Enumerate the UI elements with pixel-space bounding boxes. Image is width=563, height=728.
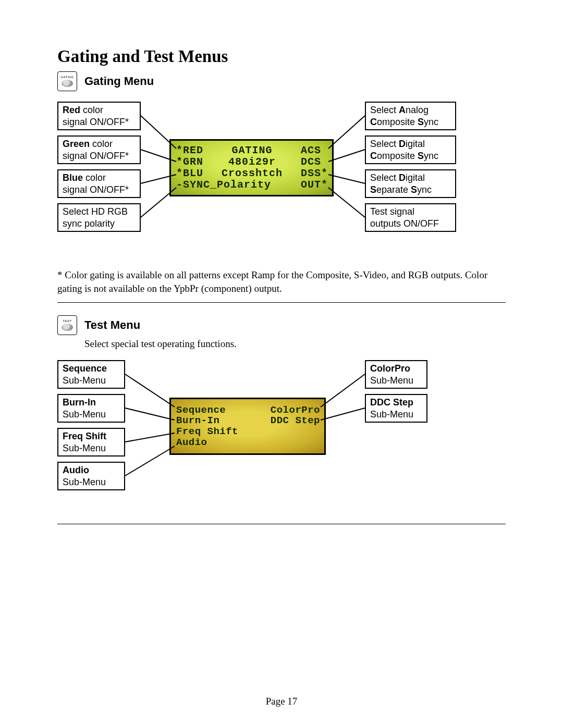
lcd-row: *GRN480i29rDCS xyxy=(176,156,328,168)
lcd-row: SequenceColorPro xyxy=(176,405,320,416)
svg-line-12 xyxy=(321,374,365,407)
page-number: Page 17 xyxy=(0,696,563,707)
gating-heading: Gating Menu xyxy=(84,75,154,88)
test-button-icon: TEST xyxy=(57,315,77,335)
callout-sequence: Sequence Sub-Menu xyxy=(57,360,125,389)
svg-line-4 xyxy=(328,116,365,149)
callout-freqshift: Freq Shift Sub-Menu xyxy=(57,428,125,456)
callout-colorpro: ColorPro Sub-Menu xyxy=(365,360,427,389)
gating-button-icon: GATING xyxy=(57,71,77,91)
svg-line-7 xyxy=(328,188,365,217)
separator xyxy=(57,302,506,303)
svg-line-13 xyxy=(321,408,365,420)
page-title: Gating and Test Menus xyxy=(57,47,506,66)
lcd-row: Audio xyxy=(176,437,320,448)
svg-line-5 xyxy=(328,150,365,162)
svg-line-10 xyxy=(125,433,175,442)
gating-footnote: * Color gating is available on all patte… xyxy=(57,268,506,295)
callout-red: Red color signal ON/OFF* xyxy=(57,102,141,130)
callout-ddcstep: DDC Step Sub-Menu xyxy=(365,394,427,423)
lcd-row: *REDGATINGACS xyxy=(176,145,328,156)
callout-dss: Select Digital Separate Sync xyxy=(365,169,456,198)
test-diagram: Sequence Sub-Menu Burn-In Sub-Menu Freq … xyxy=(57,360,506,516)
button-dot-icon xyxy=(62,80,73,87)
test-heading: Test Menu xyxy=(84,318,140,332)
button-dot-icon xyxy=(62,324,73,331)
test-lcd: SequenceColorPro Burn-InDDC Step Freq Sh… xyxy=(169,398,326,455)
svg-line-9 xyxy=(125,408,175,420)
callout-sync: Select HD RGB sync polarity xyxy=(57,203,141,232)
callout-out: Test signal outputs ON/OFF xyxy=(365,203,456,232)
gating-section-head: GATING Gating Menu xyxy=(57,71,506,91)
lcd-row: Freq Shift xyxy=(176,426,320,437)
lcd-row: -SYNC_PolarityOUT* xyxy=(176,179,328,191)
callout-green: Green color signal ON/OFF* xyxy=(57,135,141,164)
gating-diagram: Red color signal ON/OFF* Green color sig… xyxy=(57,102,506,258)
callout-burnin: Burn-In Sub-Menu xyxy=(57,394,125,423)
svg-line-11 xyxy=(125,446,175,476)
test-caption: Select special test operating functions. xyxy=(57,338,506,350)
separator xyxy=(57,524,506,524)
svg-line-8 xyxy=(125,374,175,407)
lcd-row: *BLUCrosshtchDSS* xyxy=(176,168,328,179)
gating-lcd: *REDGATINGACS *GRN480i29rDCS *BLUCrossht… xyxy=(169,139,334,196)
callout-audio: Audio Sub-Menu xyxy=(57,462,125,490)
svg-line-6 xyxy=(328,175,365,183)
callout-dcs: Select Digital Composite Sync xyxy=(365,135,456,164)
callout-blue: Blue color signal ON/OFF* xyxy=(57,169,141,198)
test-section-head: TEST Test Menu xyxy=(57,315,506,335)
callout-acs: Select Analog Composite Sync xyxy=(365,102,456,130)
lcd-row: Burn-InDDC Step xyxy=(176,415,320,426)
